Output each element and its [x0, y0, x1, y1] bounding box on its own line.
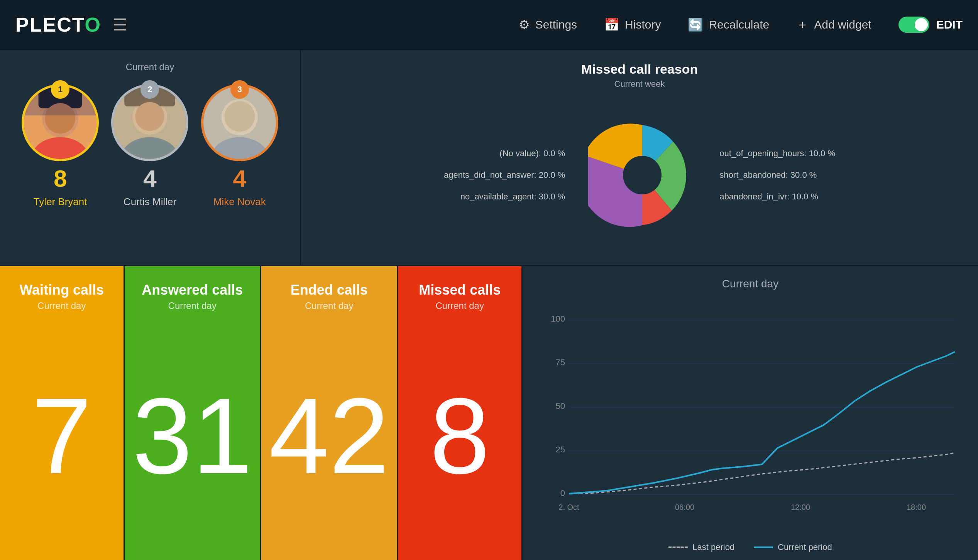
missed-calls-value: 8 — [430, 387, 490, 484]
pie-chart-area: (No value): 0.0 % agents_did_not_answer:… — [320, 97, 959, 253]
leaderboard-widget: Current day 1 — [0, 50, 301, 266]
svg-text:50: 50 — [556, 401, 565, 411]
answered-calls-value: 31 — [132, 387, 252, 484]
svg-text:100: 100 — [551, 314, 565, 324]
avatar-wrap-1: 1 — [22, 84, 99, 161]
answered-calls-title: Answered calls — [142, 282, 243, 298]
line-chart-svg: 0 25 50 75 100 2. Oct 06:00 12:00 18:00 — [538, 298, 963, 537]
player-2-name: Curtis Miller — [124, 196, 176, 208]
settings-icon: ⚙ — [519, 17, 530, 32]
player-1: 1 8 Tyler Bryant — [22, 84, 99, 253]
player-2-score: 4 — [143, 167, 156, 191]
pie-label-ooh: out_of_opening_hours: 10.0 % — [719, 148, 835, 159]
pie-labels-left: (No value): 0.0 % agents_did_not_answer:… — [444, 148, 565, 202]
history-nav[interactable]: 📅 History — [604, 17, 661, 32]
legend-dashed-line — [668, 547, 688, 548]
edit-toggle[interactable] — [898, 17, 929, 33]
svg-point-19 — [623, 156, 662, 194]
rank-badge-2: 2 — [140, 80, 159, 99]
waiting-calls-period: Current day — [37, 300, 86, 311]
logo: PLECTO — [15, 13, 101, 36]
settings-label: Settings — [535, 18, 577, 31]
avatar-wrap-3: 3 — [201, 84, 278, 161]
svg-text:18:00: 18:00 — [907, 503, 926, 511]
line-chart-panel: Current day 0 25 50 75 100 2. Oct 06:00 … — [523, 266, 978, 560]
svg-point-12 — [135, 102, 164, 131]
svg-text:12:00: 12:00 — [791, 503, 810, 511]
rank-badge-3: 3 — [230, 80, 249, 99]
legend-last-period-label: Last period — [692, 542, 734, 552]
pie-label-nv: (No value): 0.0 % — [444, 148, 565, 159]
pie-label-naa: no_available_agent: 30.0 % — [444, 192, 565, 202]
player-3-name: Mike Novak — [213, 196, 266, 208]
edit-label: EDIT — [936, 18, 963, 31]
main-content: Current day 1 — [0, 50, 978, 560]
legend-current-period: Current period — [754, 542, 832, 552]
leaderboard-period: Current day — [126, 62, 174, 73]
pie-labels-right: out_of_opening_hours: 10.0 % short_aband… — [719, 148, 835, 202]
chart-legend: Last period Current period — [538, 542, 963, 552]
edit-section: EDIT — [898, 17, 963, 33]
missed-calls-period: Current day — [436, 300, 484, 311]
answered-calls-period: Current day — [168, 300, 217, 311]
recalculate-nav[interactable]: 🔄 Recalculate — [688, 17, 769, 32]
svg-text:06:00: 06:00 — [675, 503, 694, 511]
nav-items: ⚙ Settings 📅 History 🔄 Recalculate ＋ Add… — [519, 16, 963, 33]
header: PLECTO ☰ ⚙ Settings 📅 History 🔄 Recalcul… — [0, 0, 978, 50]
add-widget-nav[interactable]: ＋ Add widget — [796, 16, 871, 33]
leaderboard-players: 1 8 Tyler Bryant — [15, 84, 284, 253]
svg-text:2. Oct: 2. Oct — [558, 503, 579, 511]
player-1-name: Tyler Bryant — [34, 196, 87, 208]
missed-call-reason-widget: Missed call reason Current week (No valu… — [301, 50, 978, 266]
missed-call-subtitle: Current week — [320, 79, 959, 89]
svg-text:75: 75 — [556, 358, 565, 367]
missed-call-title: Missed call reason — [320, 62, 959, 77]
recalculate-label: Recalculate — [709, 18, 769, 31]
chart-title: Current day — [538, 278, 963, 290]
player-3-score: 4 — [233, 167, 246, 191]
answered-calls-card: Answered calls Current day 31 — [125, 266, 261, 560]
add-widget-label: Add widget — [814, 18, 871, 31]
missed-calls-title: Missed calls — [419, 282, 501, 298]
legend-solid-line — [754, 547, 773, 548]
svg-text:0: 0 — [560, 488, 565, 498]
waiting-calls-value: 7 — [32, 387, 92, 484]
settings-nav[interactable]: ⚙ Settings — [519, 17, 577, 32]
player-2: 2 4 Curtis Miller — [111, 84, 188, 253]
bottom-row: Waiting calls Current day 7 Answered cal… — [0, 266, 978, 560]
player-3: 3 4 Mike Novak — [201, 84, 278, 253]
legend-current-period-label: Current period — [778, 542, 832, 552]
waiting-calls-title: Waiting calls — [19, 282, 104, 298]
hamburger-icon[interactable]: ☰ — [113, 15, 127, 34]
add-widget-icon: ＋ — [796, 16, 809, 33]
history-label: History — [625, 18, 661, 31]
svg-text:25: 25 — [556, 445, 565, 454]
waiting-calls-card: Waiting calls Current day 7 — [0, 266, 125, 560]
pie-chart-svg — [588, 121, 696, 229]
pie-label-aivr: abandoned_in_ivr: 10.0 % — [719, 192, 835, 202]
missed-calls-card: Missed calls Current day 8 — [398, 266, 523, 560]
ended-calls-period: Current day — [305, 300, 353, 311]
pie-label-sa: short_abandoned: 30.0 % — [719, 170, 835, 180]
ended-calls-title: Ended calls — [291, 282, 368, 298]
pie-label-adna: agents_did_not_answer: 20.0 % — [444, 170, 565, 180]
history-icon: 📅 — [604, 17, 619, 32]
avatar-wrap-2: 2 — [111, 84, 188, 161]
recalculate-icon: 🔄 — [688, 17, 703, 32]
ended-calls-value: 42 — [269, 387, 389, 484]
svg-point-17 — [224, 101, 255, 132]
legend-last-period: Last period — [668, 542, 734, 552]
player-1-score: 8 — [54, 167, 67, 191]
ended-calls-card: Ended calls Current day 42 — [261, 266, 398, 560]
rank-badge-1: 1 — [51, 80, 69, 99]
